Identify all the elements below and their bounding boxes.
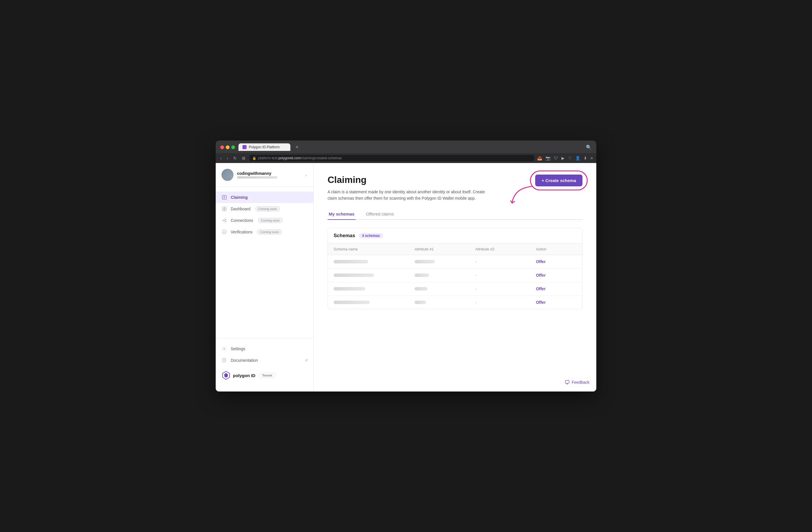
- svg-rect-5: [222, 209, 224, 211]
- svg-point-8: [225, 219, 226, 220]
- row1-offer-link[interactable]: Offer: [536, 260, 546, 264]
- tab-title: Polygon ID Platform: [249, 145, 280, 149]
- connections-icon: [221, 218, 227, 223]
- create-schema-button[interactable]: + Create schema: [535, 174, 582, 186]
- feedback-button[interactable]: Feedback: [565, 380, 590, 384]
- tab-offered-claims[interactable]: Offered claims: [365, 209, 395, 220]
- browser-search-icon[interactable]: 🔍: [586, 144, 592, 150]
- reload-button[interactable]: ↻: [232, 155, 238, 161]
- table-row: - Offer: [328, 282, 582, 296]
- settings-label: Settings: [231, 347, 245, 351]
- col-header-attr2: Attribute #2: [475, 247, 536, 251]
- menu-icon[interactable]: ≡: [591, 156, 593, 160]
- sidebar-item-verifications[interactable]: Verifications Coming soon: [216, 226, 314, 238]
- main-content: Claiming A claim is a statement made by …: [314, 163, 596, 392]
- brand-name: polygon ID: [233, 373, 256, 378]
- svg-line-10: [224, 220, 225, 220]
- connections-coming-soon-badge: Coming soon: [258, 218, 283, 223]
- user-id-blurred: [237, 176, 277, 179]
- browser-tab[interactable]: Polygon ID Platform: [238, 143, 290, 151]
- tab-my-schemas[interactable]: My schemas: [328, 209, 356, 220]
- row3-offer-link[interactable]: Offer: [536, 286, 546, 291]
- row1-name: [334, 260, 415, 263]
- sidebar-item-connections[interactable]: Connections Coming soon: [216, 215, 314, 226]
- back-button[interactable]: ‹: [219, 155, 223, 161]
- page-header-left: Claiming A claim is a statement made by …: [328, 174, 489, 202]
- row2-attr1: [415, 274, 476, 277]
- shield-icon[interactable]: 🛡: [554, 156, 558, 160]
- sidebar-item-dashboard[interactable]: Dashboard Coming soon: [216, 203, 314, 215]
- claiming-label: Claiming: [231, 195, 248, 200]
- toolbar-actions: 📤 📷 🛡 ▶ ♡ 👤 ⬇ ≡: [537, 156, 593, 160]
- grid-view-button[interactable]: ⊞: [241, 155, 247, 161]
- user-info: codingwithmanny: [237, 171, 301, 179]
- settings-icon: [221, 346, 227, 352]
- row1-action: Offer: [536, 259, 576, 264]
- svg-point-9: [225, 221, 226, 222]
- svg-rect-3: [222, 207, 224, 209]
- table-row: - Offer: [328, 255, 582, 269]
- dashboard-coming-soon-badge: Coming soon: [255, 206, 280, 211]
- url-display: platform-test.polygonid.com/claiming/cre…: [258, 156, 342, 160]
- svg-point-13: [224, 348, 225, 350]
- table-header: Schema name Attribute #1 Attribute #2 Ac…: [328, 243, 582, 255]
- profile-icon[interactable]: 👤: [575, 156, 580, 160]
- row4-attr1: [415, 300, 476, 304]
- table-row: - Offer: [328, 269, 582, 282]
- arrow-annotation: [509, 183, 535, 207]
- svg-line-11: [224, 221, 225, 221]
- col-header-attr1: Attribute #1: [415, 247, 476, 251]
- address-bar[interactable]: 🔒 platform-test.polygonid.com/claiming/c…: [249, 155, 534, 161]
- row4-attr2: -: [475, 300, 536, 305]
- profile-chevron-icon[interactable]: ⌄: [305, 173, 308, 177]
- verifications-coming-soon-badge: Coming soon: [257, 229, 282, 235]
- row4-offer-link[interactable]: Offer: [536, 300, 546, 305]
- external-link-icon: ↗: [305, 358, 308, 362]
- row2-attr2: -: [475, 273, 536, 278]
- svg-rect-17: [565, 380, 569, 383]
- share-icon[interactable]: 📤: [537, 156, 542, 160]
- new-tab-button[interactable]: +: [294, 144, 301, 150]
- sidebar-item-claiming[interactable]: Claiming: [216, 192, 314, 203]
- tab-favicon: [243, 145, 247, 149]
- window-close-button[interactable]: [220, 145, 224, 149]
- feedback-label: Feedback: [572, 380, 590, 384]
- schemas-section: Schemas 4 schemas Schema name Attribute …: [328, 228, 582, 309]
- svg-rect-6: [224, 209, 226, 211]
- forward-button[interactable]: ›: [226, 155, 230, 161]
- claiming-icon: [221, 194, 227, 200]
- row4-action: Offer: [536, 300, 576, 305]
- download-icon[interactable]: ⬇: [584, 156, 587, 160]
- documentation-item[interactable]: Documentation ↗: [216, 354, 314, 366]
- create-schema-wrapper: + Create schema: [535, 174, 582, 186]
- camera-icon[interactable]: 📷: [546, 156, 550, 160]
- verifications-label: Verifications: [231, 230, 252, 234]
- window-minimize-button[interactable]: [226, 145, 230, 149]
- dashboard-icon: [221, 206, 227, 212]
- sidebar: codingwithmanny ⌄ Claiming: [216, 163, 314, 392]
- row3-attr2: -: [475, 286, 536, 291]
- heart-icon[interactable]: ♡: [568, 156, 572, 160]
- play-icon[interactable]: ▶: [562, 156, 565, 160]
- settings-item[interactable]: Settings: [216, 343, 314, 354]
- nav-items: Claiming Dashboard Coming soon: [216, 187, 314, 338]
- row3-action: Offer: [536, 286, 576, 291]
- page-description: A claim is a statement made by one ident…: [328, 189, 489, 202]
- verifications-icon: [221, 229, 227, 235]
- row1-attr1: [415, 260, 476, 263]
- sidebar-bottom: Settings Documentation ↗: [216, 338, 314, 386]
- row3-attr1: [415, 287, 476, 291]
- col-header-action: Action: [536, 247, 576, 251]
- svg-point-1: [223, 177, 232, 181]
- svg-point-12: [222, 230, 226, 234]
- col-header-name: Schema name: [334, 247, 415, 251]
- user-profile[interactable]: codingwithmanny ⌄: [216, 169, 314, 187]
- documentation-label: Documentation: [231, 358, 258, 363]
- window-maximize-button[interactable]: [231, 145, 235, 149]
- documentation-icon: [221, 358, 227, 363]
- browser-toolbar: ‹ › ↻ ⊞ 🔒 platform-test.polygonid.com/cl…: [216, 153, 596, 163]
- row2-offer-link[interactable]: Offer: [536, 273, 546, 278]
- page-title: Claiming: [328, 174, 489, 185]
- schemas-section-title: Schemas: [334, 233, 355, 239]
- svg-rect-4: [224, 207, 226, 209]
